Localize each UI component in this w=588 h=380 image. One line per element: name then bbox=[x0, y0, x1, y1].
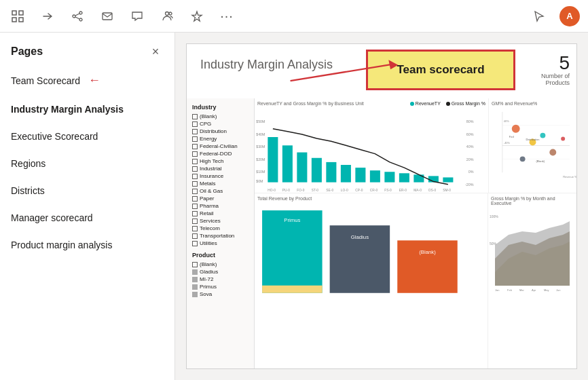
legend-margin-label: Gross Margin % bbox=[452, 101, 485, 106]
sidebar-item-label: Industry Margin Analysis bbox=[11, 104, 124, 115]
svg-text:FO-0: FO-0 bbox=[297, 189, 304, 192]
svg-text:$0M: $0M bbox=[256, 179, 263, 183]
revenue-chart: RevenueTY and Gross Margin % by Business… bbox=[255, 98, 488, 193]
svg-marker-79 bbox=[495, 221, 570, 286]
sidebar-item-regions[interactable]: Regions bbox=[0, 150, 174, 177]
scatter-chart-svg: Fed Distribution (Blank) 40% -40% Revenu… bbox=[489, 98, 576, 193]
industry-transportation[interactable]: Transportation bbox=[192, 233, 249, 239]
arrow-icon: ← bbox=[88, 73, 100, 88]
pages-panel: Pages × Team Scorecard ← Industry Margin… bbox=[0, 33, 175, 380]
industry-paper[interactable]: Paper bbox=[192, 195, 249, 202]
report-charts-area: RevenueTY and Gross Margin % by Business… bbox=[255, 98, 576, 368]
product-sova[interactable]: Sova bbox=[192, 291, 249, 297]
grid-icon[interactable] bbox=[8, 7, 27, 26]
email-icon[interactable] bbox=[98, 7, 117, 26]
stacked-bar-chart: Total Revenue by Product Primus Gladius … bbox=[255, 193, 488, 368]
svg-rect-26 bbox=[268, 137, 278, 183]
svg-text:Revenue %: Revenue % bbox=[563, 175, 576, 178]
svg-text:CR-0: CR-0 bbox=[370, 189, 378, 192]
svg-rect-34 bbox=[384, 172, 394, 182]
svg-text:Primus: Primus bbox=[284, 217, 300, 223]
industry-blank[interactable]: (Blank) bbox=[192, 113, 249, 119]
industry-fed-dod[interactable]: Federal-DOD bbox=[192, 151, 249, 157]
industry-telecom[interactable]: Telecom bbox=[192, 225, 249, 231]
scatter-chart-title: GM% and Revenue% bbox=[492, 101, 537, 106]
legend-revenue-label: RevenueTY bbox=[416, 101, 441, 106]
sidebar-item-districts[interactable]: Districts bbox=[0, 177, 174, 204]
page-list: Team Scorecard ← Industry Margin Analysi… bbox=[0, 65, 174, 259]
svg-text:$20M: $20M bbox=[256, 157, 265, 162]
industry-distribution[interactable]: Distribution bbox=[192, 128, 249, 134]
stacked-bar-svg: Primus Gladius (Blank) bbox=[255, 203, 488, 301]
industry-hightech[interactable]: High Tech bbox=[192, 158, 249, 164]
avatar[interactable]: A bbox=[559, 6, 580, 26]
svg-text:0%: 0% bbox=[468, 170, 474, 174]
star-icon[interactable] bbox=[187, 7, 206, 26]
svg-text:$10M: $10M bbox=[256, 170, 265, 174]
sidebar-item-label: Manager scorecard bbox=[11, 212, 93, 223]
product-gladius[interactable]: Gladius bbox=[192, 269, 249, 275]
svg-rect-28 bbox=[297, 153, 307, 183]
svg-line-7 bbox=[75, 14, 79, 16]
area-chart: Gross Margin % by Month and Executive 10… bbox=[488, 193, 576, 368]
legend-revenue: RevenueTY bbox=[410, 101, 441, 106]
svg-text:20%: 20% bbox=[466, 157, 474, 162]
product-primus[interactable]: Primus bbox=[192, 284, 249, 290]
comment-icon[interactable] bbox=[128, 7, 147, 26]
svg-text:-20%: -20% bbox=[465, 183, 474, 187]
svg-point-4 bbox=[79, 12, 82, 14]
svg-text:Jun: Jun bbox=[556, 288, 560, 292]
sidebar-item-label: Product margin analysis bbox=[11, 240, 112, 250]
arrow-right-icon[interactable] bbox=[38, 7, 57, 26]
industry-services[interactable]: Services bbox=[192, 218, 249, 224]
industry-insurance[interactable]: Insurance bbox=[192, 173, 249, 179]
number-badge: 5 bbox=[559, 52, 570, 74]
sidebar-item-industry-margin[interactable]: Industry Margin Analysis bbox=[0, 96, 174, 123]
area-chart-svg: 100% 50% Jan Feb Mar Apr May Jun bbox=[488, 204, 576, 292]
report-page-title: Industry Margin Analysis bbox=[200, 58, 333, 72]
team-scorecard-button[interactable]: Team scorecard bbox=[366, 50, 515, 90]
svg-rect-32 bbox=[355, 168, 365, 183]
sidebar-item-executive-scorecard[interactable]: Executive Scorecard bbox=[0, 123, 174, 150]
more-icon[interactable]: ··· bbox=[217, 7, 236, 26]
industry-metals[interactable]: Metals bbox=[192, 180, 249, 187]
stacked-chart-title: Total Revenue by Product bbox=[257, 196, 312, 201]
svg-text:$40M: $40M bbox=[256, 132, 265, 136]
report-page: Industry Margin Analysis Team scorecard … bbox=[186, 43, 577, 369]
teams-icon[interactable] bbox=[158, 7, 177, 26]
svg-text:100%: 100% bbox=[490, 214, 498, 218]
share-icon[interactable] bbox=[68, 7, 87, 26]
industry-filter-title: Industry bbox=[192, 104, 249, 111]
svg-rect-74 bbox=[262, 286, 323, 293]
industry-oilgas[interactable]: Oil & Gas bbox=[192, 188, 249, 194]
bar-line-chart-svg: $50M $40M $30M $20M $10M $0M 80% 60% 40%… bbox=[255, 109, 488, 193]
pages-title: Pages bbox=[11, 45, 43, 58]
industry-utilities[interactable]: Utilities bbox=[192, 240, 249, 246]
svg-line-8 bbox=[75, 17, 79, 19]
svg-point-11 bbox=[169, 12, 172, 15]
svg-text:OS-0: OS-0 bbox=[428, 189, 437, 192]
svg-point-5 bbox=[79, 18, 82, 21]
product-mi72[interactable]: MI-72 bbox=[192, 276, 249, 282]
sidebar-item-manager-scorecard[interactable]: Manager scorecard bbox=[0, 204, 174, 231]
sidebar-header: Pages × bbox=[0, 33, 174, 65]
industry-energy[interactable]: Energy bbox=[192, 136, 249, 142]
svg-point-58 bbox=[540, 133, 545, 138]
product-blank[interactable]: (Blank) bbox=[192, 261, 249, 267]
svg-rect-31 bbox=[341, 165, 351, 183]
svg-point-10 bbox=[166, 12, 169, 15]
industry-fed-civ[interactable]: Federal-Civilian bbox=[192, 143, 249, 149]
sidebar-item-team-scorecard[interactable]: Team Scorecard ← bbox=[0, 65, 174, 96]
close-panel-button[interactable]: × bbox=[147, 43, 164, 60]
svg-text:ER-0: ER-0 bbox=[399, 189, 407, 192]
industry-cpg[interactable]: CPG bbox=[192, 121, 249, 127]
svg-text:MA-0: MA-0 bbox=[414, 189, 422, 192]
svg-text:ST-0: ST-0 bbox=[312, 189, 319, 192]
industry-retail[interactable]: Retail bbox=[192, 210, 249, 216]
svg-text:40%: 40% bbox=[466, 145, 474, 149]
svg-text:Apr: Apr bbox=[532, 288, 536, 292]
sidebar-item-product-margin[interactable]: Product margin analysis bbox=[0, 231, 174, 259]
svg-text:-40%: -40% bbox=[504, 141, 511, 145]
industry-industrial[interactable]: Industrial bbox=[192, 166, 249, 172]
industry-pharma[interactable]: Pharma bbox=[192, 203, 249, 209]
